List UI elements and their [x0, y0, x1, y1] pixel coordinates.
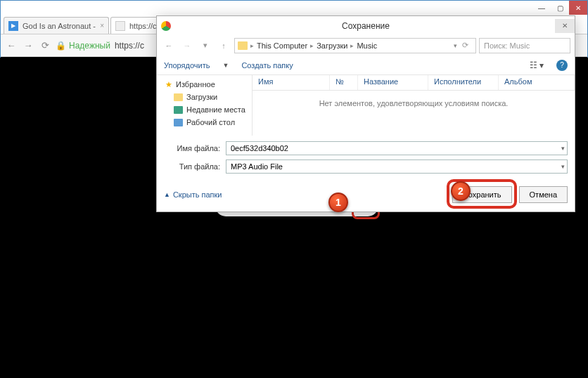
path-seg-music[interactable]: Music [354, 41, 380, 50]
window-maximize-button[interactable]: ▢ [551, 1, 569, 15]
tree-favorites-label: Избранное [176, 80, 215, 89]
nav-up-button[interactable]: ▾ [198, 38, 213, 53]
window-close-button[interactable]: ✕ [569, 1, 587, 15]
help-button[interactable]: ? [556, 60, 568, 71]
filename-input[interactable]: 0ecf532d340b02 ▾ [226, 141, 568, 155]
secure-label: Надежный [69, 41, 110, 51]
dialog-body: ★ Избранное Загрузки Недавние места Рабо… [157, 75, 575, 136]
window-minimize-button[interactable]: ― [532, 1, 551, 15]
empty-message: Нет элементов, удовлетворяющих условиям … [253, 91, 575, 116]
file-listing: Имя № Название Исполнители Альбом Нет эл… [252, 75, 575, 136]
nav-forward-button[interactable]: → [179, 38, 195, 53]
col-artist[interactable]: Исполнители [428, 75, 499, 90]
dialog-close-button[interactable]: ✕ [555, 19, 575, 33]
col-title[interactable]: Название [358, 75, 428, 90]
security-indicator[interactable]: 🔒 Надежный [56, 41, 110, 51]
tree-downloads-label: Загрузки [186, 93, 217, 101]
callout-1: 1 [328, 193, 348, 212]
blank-favicon-icon [115, 21, 125, 31]
filetype-label: Тип файла: [164, 162, 220, 171]
filename-value: 0ecf532d340b02 [231, 144, 288, 152]
hide-folders-label: Скрыть папки [173, 190, 222, 199]
col-album[interactable]: Альбом [499, 75, 575, 90]
back-button[interactable]: ← [5, 40, 18, 51]
chrome-icon [161, 21, 171, 31]
tree-downloads[interactable]: Загрузки [161, 91, 248, 103]
column-headers: Имя № Название Исполнители Альбом [253, 75, 575, 91]
recent-icon [174, 106, 183, 114]
url-text[interactable]: https://c [115, 41, 144, 51]
filename-label: Имя файла: [164, 144, 220, 152]
lock-icon: 🔒 [56, 41, 66, 51]
desktop-icon [174, 119, 183, 126]
dialog-footer: ▲ Скрыть папки Сохранить Отмена [157, 181, 575, 211]
folder-icon [238, 41, 248, 50]
search-input[interactable]: Поиск: Music [479, 38, 570, 53]
filename-row: Имя файла: 0ecf532d340b02 ▾ [164, 141, 568, 155]
col-name[interactable]: Имя [253, 75, 330, 90]
path-seg-downloads[interactable]: Загрузки [314, 41, 350, 50]
tree-recent-label: Недавние места [186, 105, 245, 114]
window-titlebar: ― ▢ ✕ [1, 1, 587, 15]
chevron-down-icon[interactable]: ▼ [222, 62, 229, 69]
tree-recent[interactable]: Недавние места [161, 103, 248, 116]
star-icon: ★ [165, 80, 172, 89]
search-placeholder: Поиск: Music [484, 41, 530, 50]
chevron-up-icon: ▲ [164, 191, 170, 198]
cancel-button[interactable]: Отмена [519, 186, 568, 203]
callout-2: 2 [451, 181, 471, 201]
hide-folders-button[interactable]: ▲ Скрыть папки [164, 190, 222, 199]
dialog-nav: ← → ▾ ↑ ▸ This Computer ▸ Загрузки ▸ Mus… [157, 36, 575, 56]
dialog-toolbar: Упорядочить ▼ Создать папку ☷ ▾ ? [157, 56, 575, 75]
tree-desktop[interactable]: Рабочий стол [161, 116, 248, 129]
folder-icon [174, 93, 183, 101]
dialog-titlebar: Сохранение ✕ [157, 16, 575, 36]
filetype-value: MP3 Audio File [231, 162, 283, 171]
tab-1[interactable]: ▶ God Is an Astronaut - × [4, 17, 109, 34]
view-options-button[interactable]: ☷ ▾ [530, 60, 544, 70]
close-tab-icon[interactable]: × [100, 22, 104, 30]
nav-back-button[interactable]: ← [161, 38, 177, 53]
reload-button[interactable]: ⟳ [39, 40, 51, 51]
forward-button[interactable]: → [22, 40, 34, 51]
tree-desktop-label: Рабочий стол [186, 118, 235, 126]
nav-up-folder-button[interactable]: ↑ [216, 38, 231, 53]
tab-1-title: God Is an Astronaut - [23, 22, 96, 30]
chevron-down-icon[interactable]: ▾ [561, 163, 565, 170]
folder-tree: ★ Избранное Загрузки Недавние места Рабо… [157, 75, 252, 136]
refresh-icon[interactable]: ⟳ [457, 38, 473, 53]
path-seg-computer[interactable]: This Computer [254, 41, 310, 50]
new-folder-button[interactable]: Создать папку [241, 61, 293, 70]
dialog-fields: Имя файла: 0ecf532d340b02 ▾ Тип файла: M… [157, 136, 575, 181]
save-dialog: Сохранение ✕ ← → ▾ ↑ ▸ This Computer ▸ З… [156, 15, 575, 212]
col-number[interactable]: № [330, 75, 358, 90]
filetype-select[interactable]: MP3 Audio File ▾ [226, 159, 568, 174]
play-icon: ▶ [8, 21, 18, 31]
breadcrumb[interactable]: ▸ This Computer ▸ Загрузки ▸ Music ▾ ⟳ [234, 38, 476, 53]
organize-button[interactable]: Упорядочить [164, 61, 210, 70]
tree-favorites[interactable]: ★ Избранное [161, 78, 248, 91]
chevron-down-icon[interactable]: ▾ [561, 145, 565, 152]
filetype-row: Тип файла: MP3 Audio File ▾ [164, 159, 568, 174]
dialog-title: Сохранение [342, 21, 390, 31]
